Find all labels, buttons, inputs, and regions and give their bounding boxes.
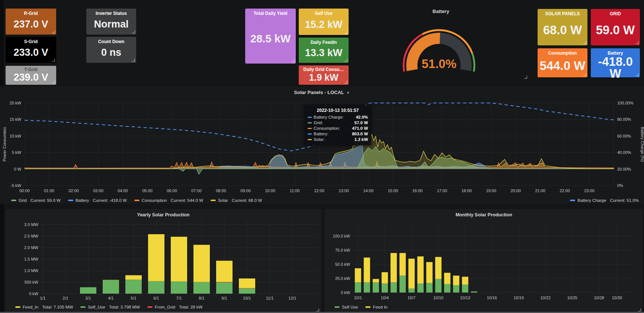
bar-segment-self-use-4-1[interactable] xyxy=(103,280,119,294)
bar-segment-self-use-5-1[interactable] xyxy=(125,280,142,294)
stat-title[interactable]: Self Use xyxy=(315,11,332,16)
bar-segment-self-use-10-5[interactable] xyxy=(391,283,397,293)
stat-title[interactable]: Inverter Status xyxy=(96,11,127,16)
bar-segment-self-use-10-11[interactable] xyxy=(444,284,451,293)
panel-resize-handle[interactable] xyxy=(52,81,55,84)
panel-resize-handle[interactable] xyxy=(583,73,586,76)
panel-resize-handle[interactable] xyxy=(345,59,347,62)
bar-segment-feed-in-10-1[interactable] xyxy=(239,278,255,288)
bar-segment-feed-in-10-5[interactable] xyxy=(391,253,397,283)
panel-resize-handle[interactable] xyxy=(52,59,55,62)
stat-title[interactable]: Consumption xyxy=(548,51,577,56)
bar-segment-self-use-10-2[interactable] xyxy=(364,283,370,293)
bar-segment-self-use-10-13[interactable] xyxy=(462,285,468,293)
panel-resize-handle[interactable] xyxy=(52,30,55,33)
bar-segment-self-use-10-3[interactable] xyxy=(373,283,379,293)
bar-segment-feed-in-7-1[interactable] xyxy=(171,237,187,281)
legend-item-monthly-feed-in[interactable]: Feed In xyxy=(365,305,387,309)
yearly-chart-plot[interactable]: 0 kW500 kW1.0 MW1.5 MW2.0 MW2.5 MW3.0 MW… xyxy=(6,210,320,313)
bar-segment-self-use-3-1[interactable] xyxy=(80,287,96,294)
bar-segment-feed-in-10-6[interactable] xyxy=(400,253,406,276)
legend-item-consumption[interactable]: ConsumptionCurrent: 544.0 W xyxy=(134,198,203,203)
legend-series-name[interactable]: Solar xyxy=(218,198,228,203)
bar-segment-self-use-10-8[interactable] xyxy=(417,284,424,293)
panel-resize-handle[interactable] xyxy=(132,30,135,33)
panel-resize-handle[interactable] xyxy=(316,309,319,312)
gauge-title[interactable]: Battery xyxy=(353,9,528,14)
bar-segment-feed-in-10-2[interactable] xyxy=(364,258,370,283)
bar-segment-feed-in-10-12[interactable] xyxy=(453,275,459,285)
legend-item-yearly-feed-in[interactable]: Feed_InTotal: 7.105 MW xyxy=(15,305,73,309)
panel-resize-handle[interactable] xyxy=(345,31,347,34)
bar-segment-self-use-9-1[interactable] xyxy=(216,283,233,294)
stat-title[interactable]: SOLAR PANELS xyxy=(545,12,580,16)
legend-series-name[interactable]: Consumption xyxy=(142,198,167,203)
bar-segment-feed-in-10-10[interactable] xyxy=(435,257,442,279)
legend-item-solar[interactable]: SolarCurrent: 68.0 W xyxy=(211,198,262,203)
legend-item-yearly-self-use[interactable]: Self_UseTotal: 3.798 MW xyxy=(80,305,140,309)
legend-series-name[interactable]: Self_Use xyxy=(88,305,105,309)
chart-title[interactable]: Monthly Solar Production xyxy=(326,212,642,217)
legend-item-monthly-self-use[interactable]: Self Use xyxy=(334,305,358,309)
bar-segment-self-use-10-7[interactable] xyxy=(408,288,415,293)
legend-item-battery[interactable]: BatteryCurrent: -418.0 W xyxy=(68,198,127,203)
bar-segment-from-grid-10-1[interactable] xyxy=(239,288,255,288)
stat-title[interactable]: Total Daily Yield xyxy=(253,11,287,16)
legend-series-name[interactable]: From_Grid xyxy=(155,305,175,309)
stat-title[interactable]: Daily FeedIn xyxy=(311,40,337,45)
bar-segment-self-use-6-1[interactable] xyxy=(148,281,164,294)
legend-series-name[interactable]: Battery xyxy=(76,198,89,203)
bar-segment-from-grid-9-1[interactable] xyxy=(216,282,233,283)
bar-segment-self-use-10-1[interactable] xyxy=(239,288,255,294)
panel-resize-handle[interactable] xyxy=(524,76,527,79)
stat-title[interactable]: R-Grid xyxy=(24,11,38,16)
chart-title[interactable]: Yearly Solar Production xyxy=(6,212,320,217)
bar-segment-self-use-10-14[interactable] xyxy=(471,291,477,293)
monthly-chart-plot[interactable]: 0 kW25.0 kW50.0 kW75.0 kW100.0 kW10/110/… xyxy=(326,210,642,313)
panel-resize-handle[interactable] xyxy=(292,59,295,62)
bar-segment-feed-in-10-9[interactable] xyxy=(426,262,433,283)
stat-title[interactable]: S-Grid xyxy=(24,39,38,44)
bar-segment-self-use-10-9[interactable] xyxy=(426,283,433,293)
bar-segment-self-use-10-10[interactable] xyxy=(435,279,442,293)
legend-series-name[interactable]: Self Use xyxy=(342,305,358,309)
bar-segment-feed-in-10-8[interactable] xyxy=(417,256,424,284)
panel-resize-handle[interactable] xyxy=(636,41,639,44)
bar-segment-feed-in-9-1[interactable] xyxy=(216,261,233,282)
stat-title[interactable]: Daily Grid Consu… xyxy=(303,67,344,72)
bar-segment-self-use-10-12[interactable] xyxy=(453,285,459,293)
legend-series-name[interactable]: Feed In xyxy=(373,305,387,309)
bar-segment-self-use-7-1[interactable] xyxy=(171,281,187,294)
legend-item-battery-charge[interactable]: Battery ChargeCurrent: 51.0% xyxy=(570,198,639,203)
panel-resize-handle[interactable] xyxy=(583,41,586,44)
bar-segment-self-use-10-4[interactable] xyxy=(382,284,388,293)
bar-segment-self-use-10-1[interactable] xyxy=(355,283,361,293)
bar-segment-feed-in-10-13[interactable] xyxy=(462,277,468,284)
x-axis-tick: 03:00 xyxy=(93,188,103,193)
bar-segment-feed-in-10-3[interactable] xyxy=(373,279,379,283)
legend-item-grid[interactable]: GridCurrent: 59.0 W xyxy=(11,198,61,203)
legend-series-name[interactable]: Grid xyxy=(19,198,27,203)
bar-segment-feed-in-4-1[interactable] xyxy=(103,280,119,280)
bar-segment-feed-in-5-1[interactable] xyxy=(125,275,142,280)
bar-segment-feed-in-10-7[interactable] xyxy=(408,259,415,289)
bar-segment-feed-in-10-4[interactable] xyxy=(382,272,388,283)
panel-resize-handle[interactable] xyxy=(132,59,135,62)
bar-segment-feed-in-8-1[interactable] xyxy=(193,245,210,282)
bar-segment-feed-in-6-1[interactable] xyxy=(148,234,164,281)
stat-title[interactable]: GRID xyxy=(610,12,621,16)
bar-segment-self-use-8-1[interactable] xyxy=(193,282,210,294)
legend-series-name[interactable]: Feed_In xyxy=(23,305,38,309)
y-axis-tick: 1.5 MW xyxy=(24,257,39,261)
stat-title[interactable]: T-Grid xyxy=(24,67,37,72)
panel-resize-handle[interactable] xyxy=(638,309,641,312)
panel-resize-handle[interactable] xyxy=(345,81,347,84)
legend-color-dash xyxy=(134,200,140,201)
panel-resize-handle[interactable] xyxy=(636,73,639,76)
stat-title[interactable]: Count Down xyxy=(98,39,125,44)
bar-segment-feed-in-10-1[interactable] xyxy=(355,268,361,283)
bar-segment-self-use-10-6[interactable] xyxy=(400,275,406,293)
bar-segment-feed-in-10-11[interactable] xyxy=(444,273,451,284)
legend-series-name[interactable]: Battery Charge xyxy=(577,198,606,203)
legend-item-yearly-from-grid[interactable]: From_GridTotal: 28 kW xyxy=(147,305,202,309)
